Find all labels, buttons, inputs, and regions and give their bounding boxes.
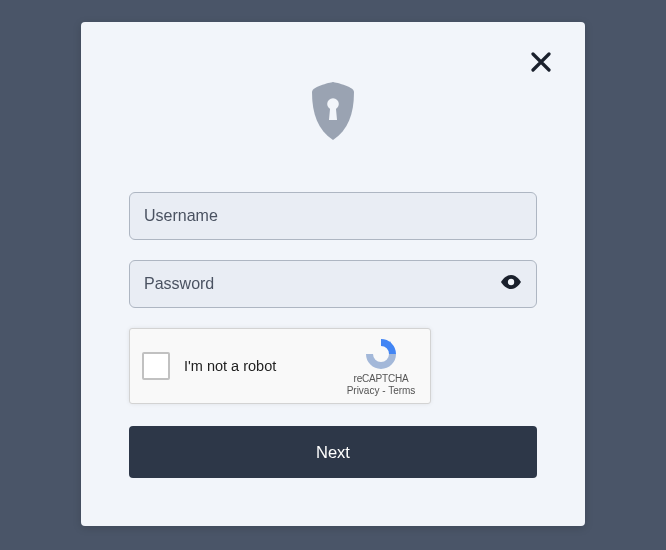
close-icon (531, 52, 551, 76)
recaptcha-logo-icon (364, 337, 398, 371)
close-button[interactable] (527, 50, 555, 78)
shield-lock-icon (306, 80, 360, 146)
password-input[interactable] (129, 260, 537, 308)
recaptcha-widget: I'm not a robot reCAPTCHA Privacy - Term… (129, 328, 431, 404)
recaptcha-separator: - (379, 385, 388, 396)
recaptcha-links: Privacy - Terms (347, 385, 416, 396)
recaptcha-privacy-link[interactable]: Privacy (347, 385, 380, 396)
password-field-wrap (129, 260, 537, 308)
recaptcha-label: I'm not a robot (184, 358, 344, 374)
recaptcha-terms-link[interactable]: Terms (388, 385, 415, 396)
username-input[interactable] (129, 192, 537, 240)
recaptcha-brand-text: reCAPTCHA (354, 373, 409, 384)
recaptcha-branding: reCAPTCHA Privacy - Terms (344, 337, 418, 396)
logo-container (129, 22, 537, 192)
next-button[interactable]: Next (129, 426, 537, 478)
login-modal: I'm not a robot reCAPTCHA Privacy - Term… (81, 22, 585, 526)
svg-point-1 (508, 279, 514, 285)
recaptcha-checkbox[interactable] (142, 352, 170, 380)
eye-icon (499, 270, 523, 298)
toggle-password-visibility-button[interactable] (499, 270, 523, 298)
username-field-wrap (129, 192, 537, 240)
